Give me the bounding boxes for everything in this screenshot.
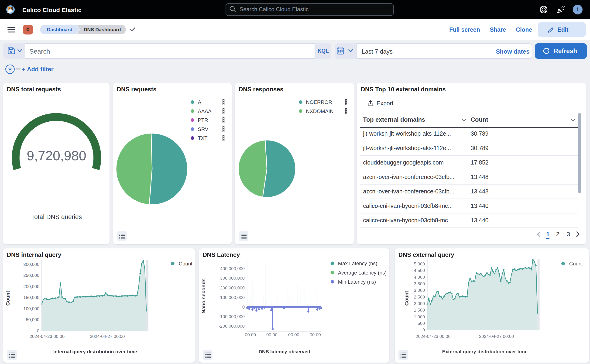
svg-text:100,000: 100,000 [23, 306, 39, 311]
svg-text:NXDOMAIN: NXDOMAIN [306, 108, 334, 114]
svg-text:External query distribution ov: External query distribution over time [442, 349, 527, 354]
svg-text:Average Latency (ns): Average Latency (ns) [338, 270, 387, 276]
svg-text:00:00: 00:00 [245, 332, 256, 337]
svg-text:0: 0 [37, 328, 39, 333]
svg-text:DNS latency observed: DNS latency observed [259, 349, 310, 354]
svg-text:3,000: 3,000 [414, 288, 425, 293]
svg-text:0: 0 [242, 305, 245, 309]
svg-text:AAAA: AAAA [198, 108, 211, 114]
svg-text:2024-04-27 00:00: 2024-04-27 00:00 [90, 334, 124, 339]
svg-text:300,000: 300,000 [23, 262, 39, 267]
svg-text:100,000,000: 100,000,000 [220, 295, 245, 300]
svg-text:Max Latency (ns): Max Latency (ns) [338, 260, 377, 266]
svg-text:00:00: 00:00 [266, 332, 277, 337]
svg-text:NOERROR: NOERROR [306, 99, 332, 105]
svg-text:00:00: 00:00 [288, 332, 299, 337]
svg-text:150,000: 150,000 [23, 295, 39, 300]
svg-text:A: A [198, 99, 201, 105]
svg-text:400,000,000: 400,000,000 [220, 266, 245, 271]
svg-text:3,500: 3,500 [414, 281, 425, 286]
svg-text:Count: Count [404, 291, 409, 306]
svg-text:00:00: 00:00 [310, 332, 321, 337]
svg-text:9,720,980: 9,720,980 [26, 148, 86, 163]
svg-text:1,500: 1,500 [414, 308, 425, 312]
svg-text:-200,000,000: -200,000,000 [219, 324, 245, 329]
svg-text:200,000,000: 200,000,000 [220, 286, 245, 290]
svg-text:PTR: PTR [198, 117, 208, 123]
svg-text:250,000: 250,000 [23, 273, 39, 278]
svg-text:2024-04-23 00:00: 2024-04-23 00:00 [415, 334, 450, 339]
svg-text:Nano seconds: Nano seconds [200, 279, 206, 313]
svg-text:Count: Count [569, 261, 583, 266]
svg-text:Count: Count [5, 291, 11, 306]
svg-text:2024-04-23 00:00: 2024-04-23 00:00 [29, 334, 64, 339]
svg-text:-100,000,000: -100,000,000 [219, 314, 245, 319]
svg-text:2,000: 2,000 [414, 301, 425, 306]
svg-text:2,500: 2,500 [414, 295, 425, 299]
svg-text:4,000: 4,000 [414, 275, 425, 280]
svg-text:4,500: 4,500 [414, 268, 425, 273]
svg-text:0: 0 [422, 327, 425, 332]
svg-text:300,000,000: 300,000,000 [220, 276, 245, 280]
svg-text:1,000: 1,000 [414, 314, 425, 319]
svg-text:SRV: SRV [198, 126, 208, 132]
svg-text:TXT: TXT [198, 135, 207, 141]
svg-text:200,000: 200,000 [23, 284, 39, 289]
svg-text:50,000: 50,000 [26, 317, 39, 322]
svg-text:500: 500 [417, 321, 425, 326]
svg-text:Internal query distribution ov: Internal query distribution over time [53, 349, 137, 354]
svg-text:Total DNS queries: Total DNS queries [31, 214, 82, 221]
svg-text:2024-04-27 00:00: 2024-04-27 00:00 [479, 334, 514, 339]
svg-text:5,000: 5,000 [414, 261, 425, 266]
svg-text:Count: Count [178, 261, 192, 266]
svg-text:Min Latency (ns): Min Latency (ns) [338, 279, 376, 285]
